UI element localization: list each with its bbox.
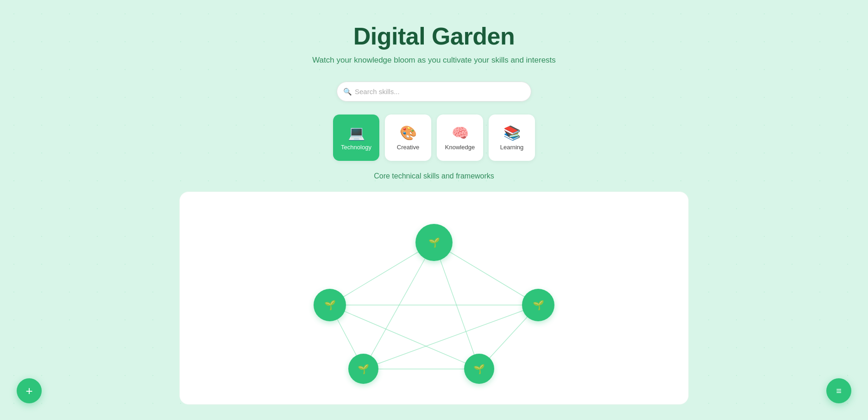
svg-line-3 <box>434 242 479 369</box>
tab-learning-label: Learning <box>500 144 524 151</box>
menu-button[interactable]: ≡ <box>826 378 851 403</box>
page-subtitle: Watch your knowledge bloom as you cultiv… <box>312 56 556 65</box>
node-left[interactable]: 🌱 <box>314 289 346 321</box>
node-bottom-right[interactable]: 🌱 <box>464 354 494 384</box>
node-center-icon: 🌱 <box>428 237 440 248</box>
network-graph: 🌱 🌱 🌱 🌱 🌱 <box>272 201 596 395</box>
node-left-icon: 🌱 <box>324 299 336 311</box>
main-content: 🌱 🌱 🌱 🌱 🌱 <box>179 191 689 405</box>
search-container: 🔍 <box>337 82 531 102</box>
page-header: Digital Garden Watch your knowledge bloo… <box>312 22 556 65</box>
svg-line-8 <box>364 305 538 369</box>
category-description: Core technical skills and frameworks <box>374 172 494 180</box>
node-bottom-right-icon: 🌱 <box>473 363 485 375</box>
tab-learning[interactable]: 📚 Learning <box>489 115 535 161</box>
knowledge-icon: 🧠 <box>452 125 469 141</box>
node-right[interactable]: 🌱 <box>522 289 554 321</box>
search-input[interactable] <box>337 82 531 102</box>
learning-icon: 📚 <box>503 125 521 141</box>
page-title: Digital Garden <box>312 22 556 50</box>
node-right-icon: 🌱 <box>533 299 544 311</box>
category-tabs: 💻 Technology 🎨 Creative 🧠 Knowledge 📚 Le… <box>333 115 535 161</box>
search-icon: 🔍 <box>343 88 352 96</box>
technology-icon: 💻 <box>348 125 365 141</box>
tab-knowledge[interactable]: 🧠 Knowledge <box>437 115 483 161</box>
tab-technology[interactable]: 💻 Technology <box>333 115 379 161</box>
svg-line-2 <box>364 242 434 369</box>
tab-creative-label: Creative <box>397 144 419 151</box>
node-center[interactable]: 🌱 <box>415 224 453 261</box>
tab-technology-label: Technology <box>341 144 371 151</box>
tab-creative[interactable]: 🎨 Creative <box>385 115 431 161</box>
node-bottom-left-icon: 🌱 <box>358 363 369 375</box>
add-button[interactable]: + <box>17 378 42 403</box>
node-bottom-left[interactable]: 🌱 <box>348 354 378 384</box>
tab-knowledge-label: Knowledge <box>445 144 475 151</box>
creative-icon: 🎨 <box>400 125 417 141</box>
